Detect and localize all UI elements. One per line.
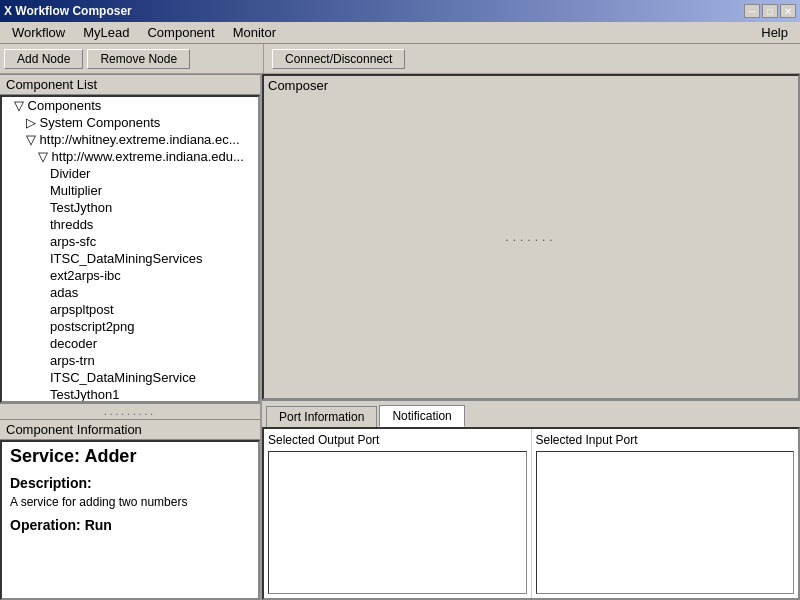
component-tree[interactable]: ▽ Components▷ System Components▽ http://… (0, 95, 260, 403)
output-port-content (268, 451, 527, 594)
tree-item[interactable]: ▽ http://www.extreme.indiana.edu... (2, 148, 258, 165)
menu-component[interactable]: Component (139, 23, 222, 42)
tree-item[interactable]: postscript2png (2, 318, 258, 335)
tree-item[interactable]: adas (2, 284, 258, 301)
composer-label: Composer (268, 78, 328, 93)
operation-label: Operation: Run (10, 517, 250, 533)
left-panel: Component List ▽ Components▷ System Comp… (0, 74, 262, 600)
description-label: Description: (10, 475, 250, 491)
output-port-label: Selected Output Port (268, 433, 527, 447)
menu-monitor[interactable]: Monitor (225, 23, 284, 42)
toolbar-right: Connect/Disconnect (264, 49, 796, 69)
input-port-content (536, 451, 795, 594)
tree-item[interactable]: ▽ Components (2, 97, 258, 114)
service-title: Service: Adder (10, 446, 250, 467)
tree-item[interactable]: arpspltpost (2, 301, 258, 318)
menu-bar: Workflow MyLead Component Monitor Help (0, 22, 800, 44)
component-info-header: Component Information (0, 419, 260, 440)
tab-notification[interactable]: Notification (379, 405, 464, 427)
toolbar-left: Add Node Remove Node (4, 44, 264, 73)
menu-workflow[interactable]: Workflow (4, 23, 73, 42)
menu-help[interactable]: Help (753, 23, 796, 42)
tree-item[interactable]: decoder (2, 335, 258, 352)
tab-port-information[interactable]: Port Information (266, 406, 377, 427)
component-info-panel: Service: Adder Description: A service fo… (0, 440, 260, 600)
title-bar-buttons: ─ □ ✕ (744, 4, 796, 18)
tree-item[interactable]: arps-trn (2, 352, 258, 369)
add-node-button[interactable]: Add Node (4, 49, 83, 69)
composer-dots: ....... (505, 230, 556, 244)
composer-area[interactable]: Composer ....... (262, 74, 800, 400)
tree-item[interactable]: ITSC_DataMiningService (2, 369, 258, 386)
output-port-section: Selected Output Port (264, 429, 531, 598)
tree-item[interactable]: Multiplier (2, 182, 258, 199)
toolbar: Add Node Remove Node Connect/Disconnect (0, 44, 800, 74)
tree-item[interactable]: ITSC_DataMiningServices (2, 250, 258, 267)
connect-disconnect-button[interactable]: Connect/Disconnect (272, 49, 405, 69)
tree-scroll-bottom: ......... (0, 403, 260, 419)
tree-item[interactable]: Divider (2, 165, 258, 182)
minimize-button[interactable]: ─ (744, 4, 760, 18)
menu-mylead[interactable]: MyLead (75, 23, 137, 42)
input-port-label: Selected Input Port (536, 433, 795, 447)
title-bar-text: X Workflow Composer (4, 4, 132, 18)
tree-item[interactable]: TestJython1 (2, 386, 258, 403)
input-port-section: Selected Input Port (531, 429, 799, 598)
component-list-header: Component List (0, 74, 260, 95)
port-tabs: Port Information Notification (262, 401, 800, 427)
close-button[interactable]: ✕ (780, 4, 796, 18)
remove-node-button[interactable]: Remove Node (87, 49, 190, 69)
tree-item[interactable]: ▷ System Components (2, 114, 258, 131)
title-bar: X Workflow Composer ─ □ ✕ (0, 0, 800, 22)
port-area: Port Information Notification Selected O… (262, 400, 800, 600)
port-content: Selected Output Port Selected Input Port (262, 427, 800, 600)
tree-item[interactable]: ▽ http://whitney.extreme.indiana.ec... (2, 131, 258, 148)
tree-item[interactable]: ext2arps-ibc (2, 267, 258, 284)
tree-item[interactable]: TestJython (2, 199, 258, 216)
scroll-dots: ......... (104, 406, 156, 417)
maximize-button[interactable]: □ (762, 4, 778, 18)
description-text: A service for adding two numbers (10, 495, 250, 509)
tree-item[interactable]: thredds (2, 216, 258, 233)
main-layout: Component List ▽ Components▷ System Comp… (0, 74, 800, 600)
right-panel: Composer ....... Port Information Notifi… (262, 74, 800, 600)
tree-item[interactable]: arps-sfc (2, 233, 258, 250)
menu-bar-left: Workflow MyLead Component Monitor (4, 23, 284, 42)
